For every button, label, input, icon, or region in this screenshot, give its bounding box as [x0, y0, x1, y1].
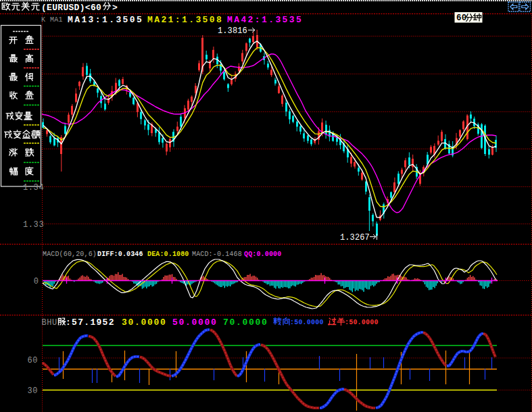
svg-text:(EURUSD)<60: (EURUSD)<60 [41, 3, 101, 13]
svg-text:1.34: 1.34 [23, 183, 44, 192]
svg-text::50.0000: :50.0000 [345, 319, 379, 326]
svg-text:1.33: 1.33 [23, 220, 44, 230]
svg-text:0: 0 [34, 277, 39, 286]
svg-text::50.0000: :50.0000 [290, 319, 324, 326]
svg-text:MA42:1.3535: MA42:1.3535 [227, 15, 303, 25]
svg-text:30: 30 [27, 386, 38, 396]
svg-text:>: > [112, 3, 118, 13]
svg-text:1.3816: 1.3816 [218, 26, 247, 36]
svg-text:QQ:0.0000: QQ:0.0000 [244, 251, 281, 258]
svg-text:MA13:1.3505: MA13:1.3505 [68, 15, 143, 25]
svg-text:50.0000: 50.0000 [172, 317, 218, 328]
svg-text:MA1: MA1 [50, 16, 63, 24]
svg-text:BHU: BHU [42, 318, 57, 328]
svg-text:DIFF:0.0346: DIFF:0.0346 [97, 251, 143, 258]
svg-text:DEA:0.1080: DEA:0.1080 [147, 251, 189, 258]
svg-text:1.3267: 1.3267 [340, 233, 370, 242]
svg-text:MACD:-0.1468: MACD:-0.1468 [192, 251, 242, 258]
svg-text:60: 60 [27, 356, 38, 365]
svg-text:K: K [41, 16, 45, 24]
svg-text::57.1952: :57.1952 [66, 317, 115, 328]
svg-text:60: 60 [456, 14, 466, 23]
svg-text:70.0000: 70.0000 [223, 317, 268, 328]
svg-text:MACD(60,20,6): MACD(60,20,6) [43, 251, 97, 258]
svg-text:MA21:1.3508: MA21:1.3508 [147, 15, 223, 25]
svg-text:30.0000: 30.0000 [122, 317, 167, 328]
